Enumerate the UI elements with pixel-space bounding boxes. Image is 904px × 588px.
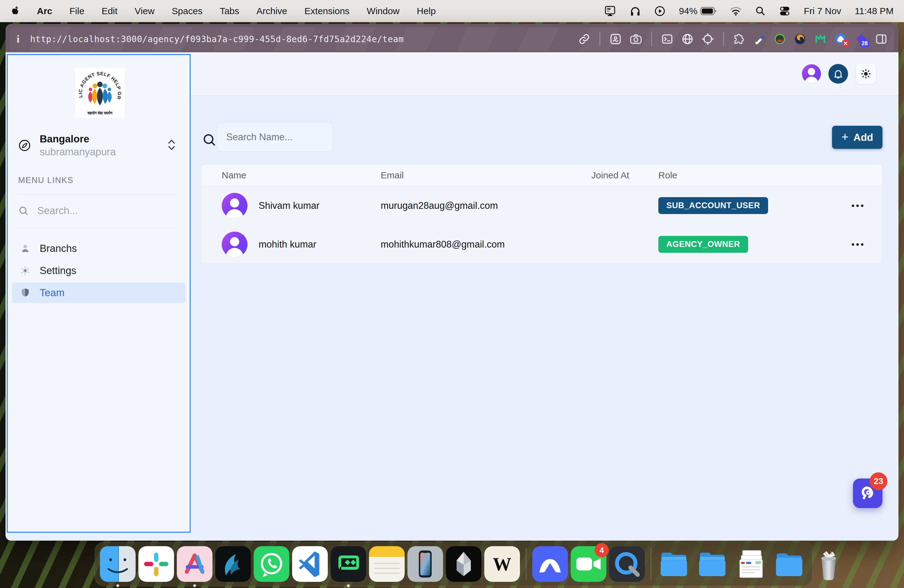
dock-folder-stack-icon[interactable] xyxy=(695,546,731,582)
column-header-joined: Joined At xyxy=(591,170,658,180)
dock-facetime-icon[interactable]: 4 xyxy=(571,546,606,582)
dock-whatsapp-icon[interactable] xyxy=(254,546,289,582)
notifications-button[interactable] xyxy=(828,64,848,84)
compass-icon xyxy=(18,139,31,152)
team-table: Name Email Joined At Role Shivam kumar m… xyxy=(201,164,882,264)
role-badge: AGENCY_OWNER xyxy=(658,236,748,253)
url-bar[interactable]: i http://localhost:3000/agency/f093ba7a-… xyxy=(10,27,894,51)
dock-folder-stack-icon[interactable] xyxy=(657,546,693,582)
dock-separator xyxy=(651,548,651,580)
name-search-box[interactable] xyxy=(217,123,333,152)
menu-clock-date[interactable]: Fri 7 Nov xyxy=(804,6,841,16)
sidebar-item-team[interactable]: Team xyxy=(12,283,185,303)
extension-diamond-icon[interactable]: 28 xyxy=(855,33,867,45)
menu-item-extensions[interactable]: Extensions xyxy=(304,6,349,16)
dock-iphone-mirroring-icon[interactable] xyxy=(408,546,443,582)
dock-nordvpn-icon[interactable] xyxy=(532,546,568,582)
sidebar-item-branchs[interactable]: Branchs xyxy=(12,238,185,259)
copy-link-icon[interactable] xyxy=(578,33,590,45)
menu-item-window[interactable]: Window xyxy=(367,6,400,16)
headphones-icon[interactable] xyxy=(630,6,641,17)
desktop-wallpaper: Arc File Edit View Spaces Tabs Archive E… xyxy=(0,0,904,588)
sidebar-item-label: Team xyxy=(40,287,65,299)
split-view-icon[interactable] xyxy=(875,33,887,45)
display-icon[interactable] xyxy=(604,6,616,17)
extensions-puzzle-icon[interactable] xyxy=(733,33,745,45)
picker-target-icon[interactable] xyxy=(702,33,714,45)
column-header-name: Name xyxy=(201,170,381,180)
info-icon[interactable]: i xyxy=(17,33,30,45)
devtools-terminal-icon[interactable] xyxy=(661,33,673,45)
dock-finder-icon[interactable] xyxy=(100,546,136,582)
media-gallery-icon[interactable] xyxy=(609,33,622,45)
add-member-button[interactable]: + Add xyxy=(832,126,882,149)
facetime-badge: 4 xyxy=(595,543,609,557)
dock-prism-app-icon[interactable] xyxy=(446,546,482,582)
battery-indicator[interactable]: 94% xyxy=(679,6,716,16)
wifi-icon[interactable] xyxy=(730,6,742,16)
dock-wave-app-icon[interactable] xyxy=(215,546,251,582)
branch-selector[interactable]: Bangalore subramanyapura xyxy=(18,133,181,158)
menu-item-tabs[interactable]: Tabs xyxy=(220,6,239,16)
dock-documents-stack-icon[interactable] xyxy=(734,546,770,582)
screenshot-camera-icon[interactable] xyxy=(630,33,642,45)
help-notification-badge: 23 xyxy=(869,473,887,490)
menu-item-help[interactable]: Help xyxy=(417,6,436,16)
w-app-glyph: W xyxy=(493,554,511,574)
menu-item-spaces[interactable]: Spaces xyxy=(172,6,202,16)
sidebar-divider xyxy=(18,194,179,194)
dock-vscode-icon[interactable] xyxy=(292,546,328,582)
dock-notes-icon[interactable] xyxy=(369,546,405,582)
theme-toggle-button[interactable] xyxy=(855,63,876,84)
dock-folder-icon[interactable] xyxy=(773,546,808,582)
table-row[interactable]: Shivam kumar murugan28aug@gmail.com SUB_… xyxy=(201,187,882,225)
dock: W 4 xyxy=(95,542,812,586)
row-actions-button[interactable] xyxy=(852,204,863,207)
menu-item-file[interactable]: File xyxy=(70,6,84,16)
dock-arc-browser-icon[interactable] xyxy=(177,546,212,582)
name-search-input[interactable] xyxy=(226,131,324,143)
sidebar-divider xyxy=(18,227,179,228)
menu-item-archive[interactable]: Archive xyxy=(256,6,287,16)
sidebar-item-settings[interactable]: Settings xyxy=(12,261,185,281)
help-widget-button[interactable]: 23 xyxy=(853,479,882,508)
menu-bar: Arc File Edit View Spaces Tabs Archive E… xyxy=(0,0,904,22)
member-avatar xyxy=(222,193,248,219)
sidebar-search[interactable] xyxy=(18,204,178,217)
extension-blue-icon[interactable] xyxy=(834,33,847,45)
play-icon[interactable] xyxy=(654,6,665,17)
user-avatar[interactable] xyxy=(802,64,821,83)
main-content: + Add Name Email Joined At Role xyxy=(191,52,898,541)
menu-item-view[interactable]: View xyxy=(135,6,154,16)
plus-icon: + xyxy=(841,131,848,143)
row-actions-button[interactable] xyxy=(852,243,863,246)
apple-menu-icon[interactable] xyxy=(11,6,20,16)
globe-icon[interactable] xyxy=(681,33,694,45)
dock-slack-icon[interactable] xyxy=(138,546,174,582)
menu-clock-time[interactable]: 11:48 PM xyxy=(855,6,893,16)
member-avatar xyxy=(222,232,248,258)
dock-w-app-icon[interactable]: W xyxy=(484,546,520,582)
menu-links-heading: MENU LINKS xyxy=(18,175,73,185)
org-logo: LIC AGENT SELF HELP GROUP सहयोग सेवा समर… xyxy=(75,68,125,118)
chevron-updown-icon[interactable] xyxy=(167,138,176,153)
control-center-icon[interactable] xyxy=(779,6,790,16)
extension-x-badge xyxy=(842,40,849,47)
color-picker-pen-icon[interactable] xyxy=(753,33,766,45)
url-text[interactable]: http://localhost:3000/agency/f093ba7a-c9… xyxy=(30,34,404,44)
menu-item-edit[interactable]: Edit xyxy=(101,6,117,16)
team-toolbar: + Add xyxy=(191,96,898,164)
sidebar-nav: Branchs Settings xyxy=(12,238,185,303)
spotlight-search-icon[interactable] xyxy=(755,6,766,16)
extension-w-icon[interactable] xyxy=(814,33,827,45)
sidebar-search-input[interactable] xyxy=(36,204,161,217)
menu-item-arc[interactable]: Arc xyxy=(37,6,52,16)
extension-recorder-icon[interactable] xyxy=(774,33,786,45)
extension-swirl-icon[interactable] xyxy=(794,33,806,45)
user-icon xyxy=(20,243,30,254)
dock-screen-app-icon[interactable] xyxy=(330,546,366,582)
table-row[interactable]: mohith kumar mohithkumar808@gmail.com AG… xyxy=(201,225,882,264)
dock-quicktime-icon[interactable] xyxy=(609,546,645,582)
gear-icon xyxy=(20,266,30,276)
dock-trash-icon[interactable] xyxy=(811,546,847,582)
